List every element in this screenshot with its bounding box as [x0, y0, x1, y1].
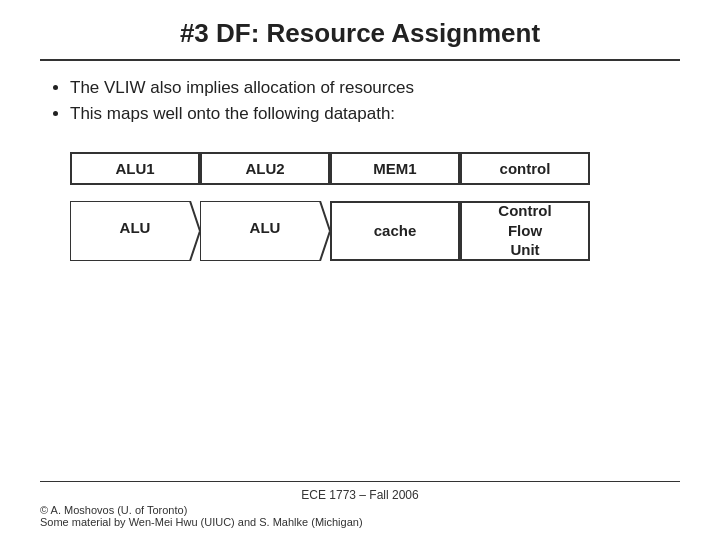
footer-course: ECE 1773 – Fall 2006	[40, 488, 680, 502]
bullet-1: The VLIW also implies allocation of reso…	[70, 75, 680, 101]
label-alu2: ALU2	[200, 152, 330, 185]
bullet-list: The VLIW also implies allocation of reso…	[40, 75, 680, 128]
slide-title: #3 DF: Resource Assignment	[40, 18, 680, 61]
bottom-shape-row: ALU ALU cache ControlFlowUnit	[70, 201, 590, 261]
slide: #3 DF: Resource Assignment The VLIW also…	[0, 0, 720, 540]
cfu-box: ControlFlowUnit	[460, 201, 590, 261]
alu1-label: ALU	[120, 219, 151, 236]
label-alu1: ALU1	[70, 152, 200, 185]
bullet-2: This maps well onto the following datapa…	[70, 101, 680, 127]
label-mem1: MEM1	[330, 152, 460, 185]
footer-author: © A. Moshovos (U. of Toronto)	[40, 504, 187, 516]
footer: ECE 1773 – Fall 2006 © A. Moshovos (U. o…	[40, 481, 680, 528]
label-control: control	[460, 152, 590, 185]
footer-material: Some material by Wen-Mei Hwu (UIUC) and …	[40, 516, 363, 528]
datapath-diagram: ALU1 ALU2 MEM1 control ALU ALU cac	[40, 152, 680, 481]
cfu-label: ControlFlowUnit	[498, 201, 551, 260]
cache-box: cache	[330, 201, 460, 261]
alu1-arrow: ALU	[70, 201, 200, 261]
alu2-arrow: ALU	[200, 201, 330, 261]
top-label-row: ALU1 ALU2 MEM1 control	[70, 152, 590, 185]
alu2-label: ALU	[250, 219, 281, 236]
